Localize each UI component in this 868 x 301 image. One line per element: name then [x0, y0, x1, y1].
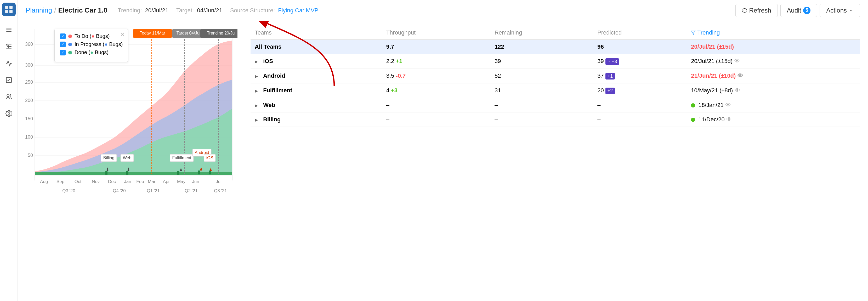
- app-logo[interactable]: [2, 3, 16, 16]
- cell-team-name-ios: ▶ iOS: [251, 54, 382, 69]
- cell-throughput-web: –: [382, 98, 490, 112]
- sidebar-item-roadmap[interactable]: [3, 41, 14, 52]
- breadcrumb-separator: /: [54, 6, 56, 14]
- table-row-billing: ▶ Billing – – – 11/Dec/20 👁: [251, 112, 860, 127]
- svg-text:Aug: Aug: [40, 179, 48, 184]
- header: Planning / Electric Car 1.0 Trending: 20…: [18, 0, 868, 21]
- legend-check-inprogress[interactable]: ✓: [60, 41, 66, 47]
- cell-trending-ios: 20/Jul/21 (±15d) 👁: [687, 54, 860, 69]
- header-meta: Trending: 20/Jul/21 Target: 04/Jun/21 So…: [118, 7, 318, 14]
- sidebar-item-chart[interactable]: [3, 58, 14, 69]
- cell-trending-fulfillment: 10/May/21 (±8d) 👁: [687, 83, 860, 98]
- sidebar-item-checklist[interactable]: [3, 74, 14, 86]
- col-teams: Teams: [251, 26, 382, 39]
- svg-text:Q2 '21: Q2 '21: [185, 188, 198, 193]
- expand-android[interactable]: ▶: [255, 74, 260, 79]
- svg-rect-0: [5, 6, 8, 9]
- sidebar: [0, 0, 18, 301]
- legend-close-button[interactable]: ✕: [120, 31, 125, 37]
- svg-text:Q4 '20: Q4 '20: [113, 188, 126, 193]
- source-value[interactable]: Flying Car MVP: [278, 7, 318, 13]
- legend-check-todo[interactable]: ✓: [60, 33, 66, 39]
- refresh-button[interactable]: Refresh: [735, 4, 778, 17]
- col-throughput: Throughput: [382, 26, 490, 39]
- svg-rect-28: [177, 171, 179, 175]
- sidebar-item-settings[interactable]: [3, 108, 14, 119]
- svg-text:Today 11/Mar: Today 11/Mar: [140, 31, 165, 35]
- chart-area: ✕ ✓ To Do (● Bugs) ✓ In Progress (● Bugs…: [18, 21, 243, 301]
- svg-text:Q1 '21: Q1 '21: [147, 188, 160, 193]
- cell-remaining-billing: –: [490, 112, 593, 127]
- svg-text:Web: Web: [123, 156, 131, 160]
- actions-label: Actions: [826, 7, 847, 14]
- expand-web[interactable]: ▶: [255, 103, 260, 108]
- legend-label-done: Done (● Bugs): [74, 50, 108, 55]
- eye-icon-android[interactable]: 👁: [738, 72, 743, 79]
- svg-text:Nov: Nov: [92, 179, 100, 184]
- svg-rect-2: [5, 10, 8, 13]
- cell-team-name-android: ▶ Android: [251, 68, 382, 83]
- cell-predicted-billing: –: [593, 112, 687, 127]
- target-label: Target:: [176, 7, 194, 13]
- expand-billing[interactable]: ▶: [255, 117, 260, 123]
- eye-icon-billing[interactable]: 👁: [726, 116, 732, 123]
- breadcrumb-planning[interactable]: Planning: [26, 6, 52, 14]
- legend-item-done: ✓ Done (● Bugs): [60, 50, 123, 55]
- svg-text:Apr: Apr: [163, 179, 170, 184]
- expand-ios[interactable]: ▶: [255, 59, 260, 64]
- eye-icon-web[interactable]: 👁: [725, 102, 731, 108]
- actions-button[interactable]: Actions: [819, 4, 860, 17]
- svg-text:Q3 '20: Q3 '20: [62, 188, 75, 193]
- badge-icon-ios: Λ: [608, 60, 611, 63]
- breadcrumb: Planning / Electric Car 1.0: [26, 6, 107, 14]
- main-content: Planning / Electric Car 1.0 Trending: 20…: [18, 0, 868, 301]
- legend-dot-done: [68, 51, 72, 54]
- refresh-icon: [742, 8, 747, 13]
- svg-text:Q3 '21: Q3 '21: [214, 188, 227, 193]
- content-area: ✕ ✓ To Do (● Bugs) ✓ In Progress (● Bugs…: [18, 21, 868, 301]
- sidebar-item-team[interactable]: [3, 91, 14, 102]
- expand-fulfillment[interactable]: ▶: [255, 88, 260, 94]
- green-dot-web: [691, 103, 695, 108]
- cell-team-name: All Teams: [251, 39, 382, 54]
- svg-text:200: 200: [25, 98, 33, 103]
- legend-item-todo: ✓ To Do (● Bugs): [60, 33, 123, 39]
- cell-remaining-android: 52: [490, 68, 593, 83]
- svg-text:Target 04/Jun: Target 04/Jun: [177, 31, 202, 35]
- svg-text:Λ: Λ: [608, 61, 610, 62]
- svg-rect-26: [105, 171, 107, 175]
- burnup-chart: 360 300 250 200 150 100 50: [23, 29, 238, 285]
- legend-check-done[interactable]: ✓: [60, 50, 66, 55]
- cell-team-name-fulfillment: ▶ Fulfillment: [251, 83, 382, 98]
- refresh-label: Refresh: [749, 7, 771, 14]
- trending-label: Trending:: [118, 7, 142, 13]
- svg-text:Mar: Mar: [148, 179, 156, 184]
- sidebar-item-list[interactable]: [3, 24, 14, 36]
- svg-text:Android: Android: [194, 150, 209, 155]
- cell-predicted: 96: [593, 39, 687, 54]
- cell-remaining-ios: 39: [490, 54, 593, 69]
- audit-button[interactable]: Audit 5: [780, 4, 817, 17]
- predicted-badge-android: +1: [606, 73, 615, 80]
- cell-throughput: 9.7: [382, 39, 490, 54]
- legend-dot-todo: [68, 34, 72, 38]
- audit-badge: 5: [803, 7, 810, 14]
- cell-predicted-ios: 39 Λ +3: [593, 54, 687, 69]
- svg-text:Oct: Oct: [74, 179, 82, 184]
- eye-icon-ios[interactable]: 👁: [734, 58, 740, 64]
- cell-throughput-android: 3.5 -0.7: [382, 68, 490, 83]
- svg-text:iOS: iOS: [206, 156, 213, 160]
- table-row-all-teams: All Teams 9.7 122 96 20/Jul/21 (±15d): [251, 39, 860, 54]
- svg-rect-29: [198, 171, 200, 174]
- svg-rect-1: [9, 6, 12, 9]
- svg-text:300: 300: [25, 62, 33, 68]
- teams-table: Teams Throughput Remaining Predicted Tre…: [251, 26, 860, 127]
- legend-label-inprogress: In Progress (● Bugs): [74, 41, 123, 47]
- legend-item-inprogress: ✓ In Progress (● Bugs): [60, 41, 123, 47]
- svg-text:Trending 20/Jul: Trending 20/Jul: [207, 31, 236, 35]
- svg-text:Jul: Jul: [216, 179, 221, 184]
- svg-text:360: 360: [25, 41, 33, 47]
- cell-remaining-fulfillment: 31: [490, 83, 593, 98]
- svg-text:Fulfillment: Fulfillment: [172, 156, 191, 160]
- eye-icon-fulfillment[interactable]: 👁: [735, 87, 740, 94]
